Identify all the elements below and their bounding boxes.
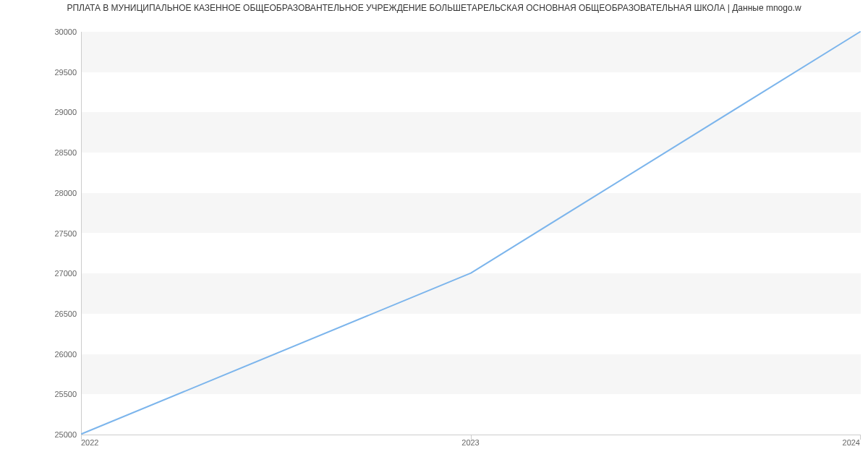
x-tick-label: 2024 bbox=[843, 438, 860, 447]
y-tick-label: 29500 bbox=[12, 68, 77, 77]
y-tick-label: 27500 bbox=[12, 229, 77, 238]
y-tick-label: 27000 bbox=[12, 269, 77, 278]
x-tick-label: 2022 bbox=[81, 438, 98, 447]
y-tick-label: 26500 bbox=[12, 309, 77, 318]
chart-title: РПЛАТА В МУНИЦИПАЛЬНОЕ КАЗЕННОЕ ОБЩЕОБРА… bbox=[0, 3, 868, 13]
y-tick-label: 25500 bbox=[12, 390, 77, 398]
y-tick-label: 28000 bbox=[12, 189, 77, 197]
x-tick-mark bbox=[860, 435, 861, 440]
plot-area bbox=[81, 32, 861, 435]
line-series bbox=[82, 32, 861, 435]
y-tick-label: 29000 bbox=[12, 108, 77, 116]
y-tick-label: 28500 bbox=[12, 148, 77, 157]
y-tick-label: 25000 bbox=[12, 430, 77, 439]
y-tick-label: 30000 bbox=[12, 27, 77, 36]
x-tick-label: 2023 bbox=[461, 438, 479, 447]
y-tick-label: 26000 bbox=[12, 350, 77, 359]
